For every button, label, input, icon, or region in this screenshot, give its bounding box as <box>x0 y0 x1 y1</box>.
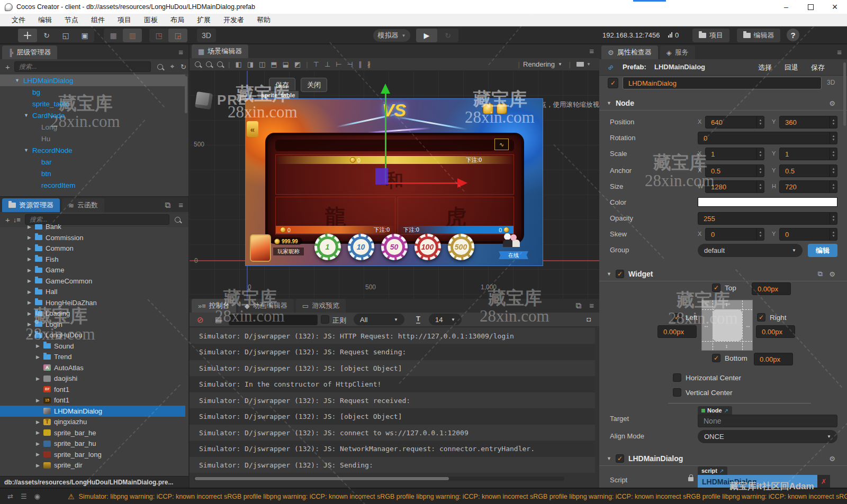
align-top-icon[interactable]: ◧ <box>235 60 241 68</box>
prefab-save-button[interactable]: 保存 <box>811 63 825 72</box>
stepper-arrows[interactable]: ▲▼ <box>830 165 837 177</box>
tree-expand-arrow-icon[interactable]: ▼ <box>24 113 29 118</box>
node-active-checkbox[interactable]: ✓ <box>608 78 618 88</box>
gold-shortcut-button[interactable] <box>483 104 493 114</box>
local-global-toggle-button[interactable]: ◳ <box>149 29 168 42</box>
skew-x-input[interactable]: 0▲▼ <box>705 228 764 241</box>
asset-item-sprite_bar_long[interactable]: ▶sprite_bar_long <box>0 449 185 460</box>
stepper-arrows[interactable]: ▲▼ <box>756 116 764 128</box>
node-name-input[interactable]: LHDMainDialog <box>623 77 822 89</box>
panel-copy-icon[interactable]: ⧉ <box>575 301 581 310</box>
tree-expand-arrow-icon[interactable]: ▶ <box>36 343 40 349</box>
tree-expand-arrow-icon[interactable]: ▶ <box>36 376 40 381</box>
scale-y-input[interactable]: 1▲▼ <box>779 148 837 160</box>
open-project-button[interactable]: 项目 <box>692 29 729 42</box>
menu-item-项目[interactable]: 项目 <box>111 15 138 25</box>
add-asset-button[interactable]: + <box>5 215 10 224</box>
clear-console-button[interactable]: ⊘ <box>197 315 204 325</box>
widget-left-input[interactable]: 0.00px <box>657 325 697 338</box>
hierarchy-search-input[interactable]: 搜索... <box>14 61 151 72</box>
tab-scene-editor[interactable]: ▦ 场景编辑器 <box>192 44 248 58</box>
stepper-arrows[interactable]: ▲▼ <box>756 228 764 240</box>
add-node-button[interactable]: + <box>5 62 10 71</box>
right-checkbox[interactable]: ✓ <box>757 313 765 322</box>
pivot-toggle-button[interactable]: ▦ <box>104 29 123 42</box>
stepper-arrows[interactable]: ▲▼ <box>830 148 837 160</box>
bottom-checkbox[interactable]: ✓ <box>712 354 720 362</box>
regex-checkbox[interactable] <box>321 315 329 324</box>
anchor-toggle-button[interactable]: ▥ <box>123 29 142 42</box>
assets-search-input[interactable]: 搜索... <box>25 214 169 225</box>
tab-properties[interactable]: ⚙ 属性检查器 <box>601 45 658 59</box>
widget-top-input[interactable]: 0.00px <box>752 282 791 295</box>
tab-cloud-functions[interactable]: ≋ 云函数 <box>62 198 104 212</box>
bet-zone-dragon[interactable]: 龍 0 下注:0 <box>275 197 395 235</box>
menu-item-扩展[interactable]: 扩展 <box>191 15 217 25</box>
bet-zone-tie[interactable]: 0 下注:0 和 <box>275 154 514 195</box>
tree-expand-arrow-icon[interactable]: ▶ <box>36 452 40 457</box>
tree-expand-arrow-icon[interactable]: ▶ <box>28 311 31 316</box>
player-avatar[interactable] <box>250 234 271 262</box>
hierarchy-node-CardNode[interactable]: ▼CardNode <box>0 109 185 121</box>
menu-item-面板[interactable]: 面板 <box>138 15 164 25</box>
align-h-center-icon[interactable]: ⬓ <box>283 60 289 68</box>
tab-hierarchy[interactable]: ╠ 层级管理器 <box>2 45 57 59</box>
vertical-center-checkbox[interactable] <box>673 388 681 397</box>
hierarchy-node-RecordNode[interactable]: ▼RecordNode <box>0 144 185 156</box>
panel-copy-icon[interactable]: ⧉ <box>165 200 170 210</box>
tree-expand-arrow-icon[interactable]: ▶ <box>28 268 31 273</box>
horizontal-center-row[interactable]: Horizontal Center <box>673 373 741 382</box>
panel-menu-icon[interactable]: ≡ <box>589 301 594 310</box>
group-dropdown[interactable]: default▼ <box>698 244 803 257</box>
stepper-arrows[interactable]: ▲▼ <box>830 116 837 128</box>
hierarchy-node-bar[interactable]: bar <box>0 156 185 168</box>
tree-expand-arrow-icon[interactable]: ▼ <box>28 333 32 338</box>
panel-menu-icon[interactable]: ≡ <box>178 200 183 209</box>
menu-item-布局[interactable]: 布局 <box>164 15 191 25</box>
asset-item-LHDMainDialog[interactable]: LHDMainDialog <box>0 406 185 417</box>
tree-expand-arrow-icon[interactable]: ▶ <box>28 322 31 327</box>
help-button[interactable]: ? <box>787 29 799 41</box>
hierarchy-node-sprite_table[interactable]: sprite_table <box>0 98 185 109</box>
console-hscrollbar[interactable] <box>194 476 564 481</box>
stepper-arrows[interactable]: ▲▼ <box>830 213 837 224</box>
open-log-file-button[interactable]: ▤ <box>215 315 222 324</box>
bet-chip-50[interactable]: 50 <box>381 234 408 260</box>
widget-section-header[interactable]: ▼ ✓ Widget ⧉ ⚙ <box>599 267 847 281</box>
align-left-icon[interactable]: ⬒ <box>271 60 277 68</box>
console-log-line[interactable]: Simulator: D/jswrapper (132): JS: Sendin… <box>190 457 595 473</box>
menu-item-文件[interactable]: 文件 <box>5 15 32 25</box>
hierarchy-node-LHDMainDialog[interactable]: ▼LHDMainDialog <box>0 75 185 86</box>
refresh-icon[interactable]: ↻ <box>181 63 186 71</box>
prefab-revert-button[interactable]: 回退 <box>785 63 798 72</box>
distribute-top-icon[interactable]: ⊤ <box>313 60 319 68</box>
stepper-arrows[interactable]: ▲▼ <box>756 148 764 160</box>
distribute-center-icon[interactable]: ∥ <box>358 60 362 68</box>
panel-menu-icon[interactable]: ≡ <box>837 48 842 57</box>
menu-item-节点[interactable]: 节点 <box>58 15 85 25</box>
scene-canvas[interactable]: PREFAB 保存 关闭 使用鼠标右键平移视窗焦点，使用滚轮缩放视图 sprit… <box>190 71 599 299</box>
sync-icon[interactable]: ⇄ <box>7 492 13 500</box>
color-swatch[interactable] <box>698 197 837 207</box>
asset-item-AutoAtlas[interactable]: AAutoAtlas <box>0 362 185 373</box>
tree-expand-arrow-icon[interactable]: ▶ <box>36 463 40 468</box>
asset-item-qingxiazhu[interactable]: ▶Tqingxiazhu <box>0 416 185 427</box>
console-log-line[interactable]: Simulator: In the constructor of HttpCli… <box>190 377 595 392</box>
font-size-dropdown[interactable]: 14 ▼ <box>429 314 462 325</box>
widget-enabled-checkbox[interactable]: ✓ <box>616 270 624 278</box>
asset-item-Loading[interactable]: ▶Loading <box>0 308 185 319</box>
top-checkbox[interactable]: ✓ <box>712 283 720 292</box>
trend-chart-button[interactable]: ∿ <box>494 139 509 150</box>
asset-item-daojishi[interactable]: ▶daojishi <box>0 373 185 384</box>
rotation-input[interactable]: 0▲▼ <box>698 132 837 144</box>
tab-services[interactable]: ◈ 服务 <box>660 45 695 59</box>
widget-left-checkbox-row[interactable]: ✓ Left <box>673 313 698 322</box>
align-bottom-icon[interactable]: ◫ <box>259 60 265 68</box>
cache-icon[interactable]: ☰ <box>21 492 27 500</box>
stepper-arrows[interactable]: ▲▼ <box>830 228 837 240</box>
tree-expand-arrow-icon[interactable]: ▶ <box>36 441 40 446</box>
asset-item-Game[interactable]: ▶Game <box>0 264 185 276</box>
tree-expand-arrow-icon[interactable]: ▶ <box>28 256 31 262</box>
console-filter-input[interactable] <box>229 315 318 325</box>
asset-item-sprite_bar_he[interactable]: ▶sprite_bar_he <box>0 427 185 438</box>
